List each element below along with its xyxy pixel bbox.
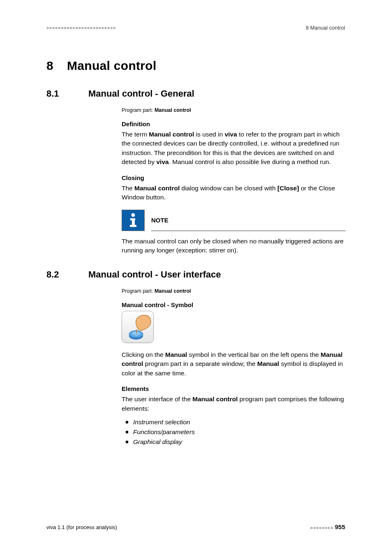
chapter-title: 8Manual control <box>46 59 345 73</box>
list-item: Functions/parameters <box>133 427 346 437</box>
section-8-1-title-text: Manual control - General <box>88 88 194 99</box>
note-text: The manual control can only be closed wh… <box>122 237 346 255</box>
svg-point-0 <box>131 213 135 217</box>
header-ornament-left: ■■■■■■■■■■■■■■■■■■■■■■■■ <box>46 25 116 30</box>
elements-paragraph: The user interface of the Manual control… <box>122 395 346 413</box>
definition-heading: Definition <box>122 120 346 127</box>
footer-ornament: ■■■■■■■■ <box>310 525 335 530</box>
section-8-2-title-text: Manual control - User interface <box>88 269 221 280</box>
symbol-heading: Manual control - Symbol <box>122 301 346 308</box>
section-8-2-title: 8.2Manual control - User interface <box>46 269 345 280</box>
manual-symbol-icon <box>122 311 154 343</box>
page-number: 955 <box>335 523 345 530</box>
list-item: Graphical display <box>133 437 346 447</box>
page-header: ■■■■■■■■■■■■■■■■■■■■■■■■ 8 Manual contro… <box>46 25 345 31</box>
section-8-1-number: 8.1 <box>46 88 88 99</box>
closing-paragraph: The Manual control dialog window can be … <box>122 184 346 202</box>
program-part-8-1: Program part: Manual control <box>122 107 346 113</box>
chapter-number: 8 <box>46 59 67 73</box>
note-block: NOTE The manual control can only be clos… <box>122 210 346 255</box>
definition-paragraph: The term Manual control is used in viva … <box>122 130 346 167</box>
svg-rect-3 <box>130 225 136 227</box>
header-chapter-ref: 8 Manual control <box>306 25 345 31</box>
footer-left: viva 1.1 (for process analysis) <box>46 524 117 530</box>
svg-rect-2 <box>132 218 135 226</box>
elements-list: Instrument selection Functions/parameter… <box>122 417 346 447</box>
page-footer: viva 1.1 (for process analysis) ■■■■■■■■… <box>46 523 345 530</box>
program-part-8-2: Program part: Manual control <box>122 288 346 294</box>
info-icon <box>122 210 145 231</box>
symbol-paragraph: Clicking on the Manual symbol in the ver… <box>122 350 346 378</box>
section-8-2-number: 8.2 <box>46 269 88 280</box>
elements-heading: Elements <box>122 385 346 392</box>
chapter-title-text: Manual control <box>67 59 157 72</box>
section-8-1-title: 8.1Manual control - General <box>46 88 345 99</box>
list-item: Instrument selection <box>133 417 346 427</box>
note-title: NOTE <box>151 217 168 224</box>
svg-point-6 <box>132 331 140 335</box>
closing-heading: Closing <box>122 174 346 181</box>
